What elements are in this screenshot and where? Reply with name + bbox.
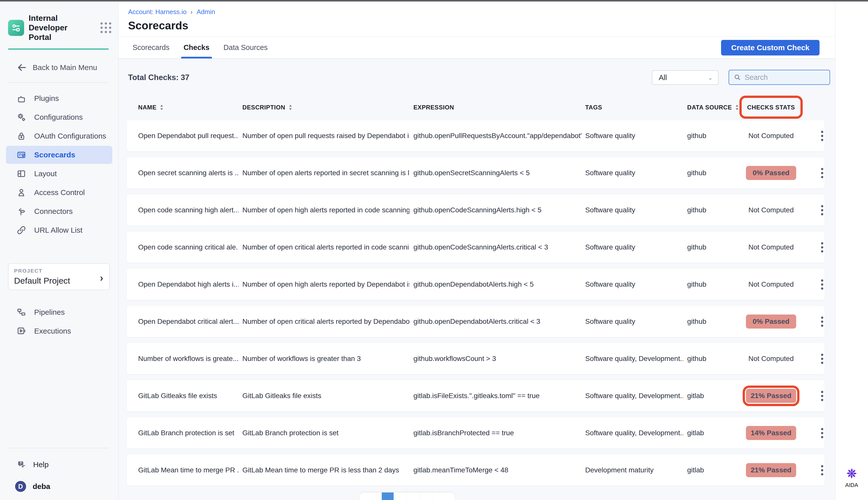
sidebar-item-connectors[interactable]: Connectors [6, 202, 112, 220]
kebab-menu-icon[interactable] [818, 241, 826, 253]
checks-stats-cell: 0% Passed [746, 315, 796, 329]
column-label: TAGS [585, 104, 602, 111]
tab-scorecards[interactable]: Scorecards [133, 37, 169, 58]
checks-stats-cell: 21% Passed [746, 389, 796, 403]
check-tags: Software quality, Development... [585, 343, 683, 374]
check-description: Number of open high alerts reported in c… [242, 194, 409, 226]
create-custom-check-button[interactable]: Create Custom Check [721, 40, 820, 56]
sidebar-item-plugins[interactable]: Plugins [6, 89, 112, 107]
project-selector[interactable]: PROJECT Default Project › [8, 263, 110, 290]
stats-badge: 0% Passed [746, 315, 796, 329]
help-chat-icon: ? [16, 459, 27, 470]
sort-icon[interactable] [288, 104, 293, 111]
table-row[interactable]: GitLab Branch protection is set GitLab B… [127, 418, 825, 448]
kebab-menu-icon[interactable] [818, 427, 826, 439]
table-row[interactable]: GitLab Mean time to merge PR ... GitLab … [127, 455, 825, 486]
sidebar-header: Internal Developer Portal [0, 1, 118, 42]
check-expression: github.openSecretScanningAlerts < 5 [413, 157, 582, 189]
app-grid-icon[interactable] [100, 22, 111, 33]
app-title: Internal Developer Portal [29, 13, 87, 42]
table-row[interactable]: GitLab Gitleaks file exists GitLab Gitle… [127, 380, 825, 411]
kebab-menu-icon[interactable] [818, 278, 826, 291]
kebab-menu-icon[interactable] [818, 204, 826, 216]
aida-assistant-button[interactable]: AIDA [835, 467, 868, 488]
check-data-source: gitlab [687, 418, 737, 448]
sidebar-item-label: Connectors [34, 207, 73, 216]
table-row[interactable]: Open code scanning critical ale... Numbe… [127, 232, 825, 263]
filter-dropdown[interactable]: All ⌄ [652, 70, 719, 85]
sort-icon[interactable] [735, 104, 739, 111]
back-to-main-menu[interactable]: Back to Main Menu [16, 62, 118, 73]
pagination-page[interactable] [407, 492, 420, 500]
sidebar-item-oauth-configurations[interactable]: OAuth Configurations [6, 127, 112, 145]
column-header-description[interactable]: DESCRIPTION [242, 101, 293, 114]
sidebar-item-access-control[interactable]: Access Control [6, 183, 112, 202]
sidebar-item-label: Pipelines [34, 308, 65, 317]
check-data-source: github [687, 120, 737, 151]
sidebar-item-label: Scorecards [34, 151, 75, 159]
check-description: Number of workflows is greater than 3 [242, 343, 409, 374]
sidebar-item-scorecards[interactable]: Scorecards [6, 146, 112, 164]
pagination-prev[interactable] [360, 492, 382, 500]
idp-logo [8, 20, 24, 36]
kebab-menu-icon[interactable] [818, 352, 826, 365]
table-row[interactable]: Open Dependabot pull request... Number o… [127, 120, 825, 151]
checks-stats-cell: Not Computed [746, 277, 796, 292]
breadcrumb-admin-link[interactable]: Admin [197, 8, 215, 16]
column-header-data-source[interactable]: DATA SOURCE [687, 101, 739, 114]
sidebar-item-executions[interactable]: Executions [6, 322, 112, 340]
search-box [728, 70, 830, 85]
fork-icon [16, 206, 26, 217]
kebab-menu-icon[interactable] [818, 315, 826, 328]
check-description: GitLab Gitleaks file exists [242, 380, 409, 411]
tab-checks[interactable]: Checks [183, 37, 210, 58]
sidebar-item-pipelines[interactable]: Pipelines [6, 303, 112, 321]
checks-stats-cell: Not Computed [746, 240, 796, 254]
svg-text:?: ? [20, 461, 22, 465]
play-icon [16, 326, 26, 336]
table-row[interactable]: Open Dependabot high alerts i... Number … [127, 269, 825, 300]
column-header-expression: EXPRESSION [413, 101, 454, 114]
checks-stats-cell: 14% Passed [746, 426, 796, 440]
column-label: CHECKS STATS [747, 104, 795, 111]
pagination-bar [360, 492, 455, 500]
sort-icon[interactable] [159, 104, 164, 111]
table-row[interactable]: Open secret scanning alerts is ... Numbe… [127, 157, 825, 189]
pagination-page[interactable] [394, 492, 407, 500]
user-menu[interactable]: D deba [14, 480, 118, 493]
kebab-menu-icon[interactable] [818, 167, 826, 179]
pagination-next[interactable] [432, 492, 454, 500]
sidebar-divider [9, 82, 108, 83]
breadcrumb-account-link[interactable]: Account: Harness.io [128, 8, 187, 16]
project-label: PROJECT [14, 268, 104, 274]
kebab-menu-icon[interactable] [818, 464, 826, 476]
column-header-name[interactable]: NAME [138, 101, 164, 114]
column-label: DESCRIPTION [242, 104, 285, 111]
checks-stats-cell: Not Computed [746, 129, 796, 143]
search-input[interactable] [745, 73, 820, 82]
help-button[interactable]: ? Help [16, 456, 118, 474]
tab-data-sources[interactable]: Data Sources [224, 37, 268, 58]
pagination-page-active[interactable] [382, 492, 394, 500]
aida-flower-icon [846, 467, 858, 479]
link-icon [16, 225, 26, 236]
right-rail: AIDA [835, 1, 868, 500]
kebab-menu-icon[interactable] [818, 389, 826, 402]
sidebar-item-url-allow-list[interactable]: URL Allow List [6, 221, 112, 239]
check-name: GitLab Branch protection is set [138, 418, 238, 448]
table-row[interactable]: Open Dependabot critical alert... Number… [127, 306, 825, 337]
sidebar-item-layout[interactable]: Layout [6, 164, 112, 183]
check-expression: github.openCodeScanningAlerts.critical <… [413, 232, 582, 263]
checks-stats-cell: Not Computed [746, 352, 796, 366]
check-data-source: gitlab [687, 380, 737, 411]
kebab-menu-icon[interactable] [818, 129, 826, 142]
check-data-source: github [687, 157, 737, 189]
pagination-page[interactable] [420, 492, 432, 500]
sidebar-item-configurations[interactable]: Configurations [6, 108, 112, 126]
table-row[interactable]: Open code scanning high alert... Number … [127, 194, 825, 226]
checks-stats-cell: 0% Passed [746, 166, 796, 180]
check-description: Number of open critical alerts reported … [242, 232, 409, 263]
avatar: D [14, 480, 27, 493]
sidebar-item-label: Layout [34, 169, 57, 178]
table-row[interactable]: Number of workflows is greate... Number … [127, 343, 825, 374]
